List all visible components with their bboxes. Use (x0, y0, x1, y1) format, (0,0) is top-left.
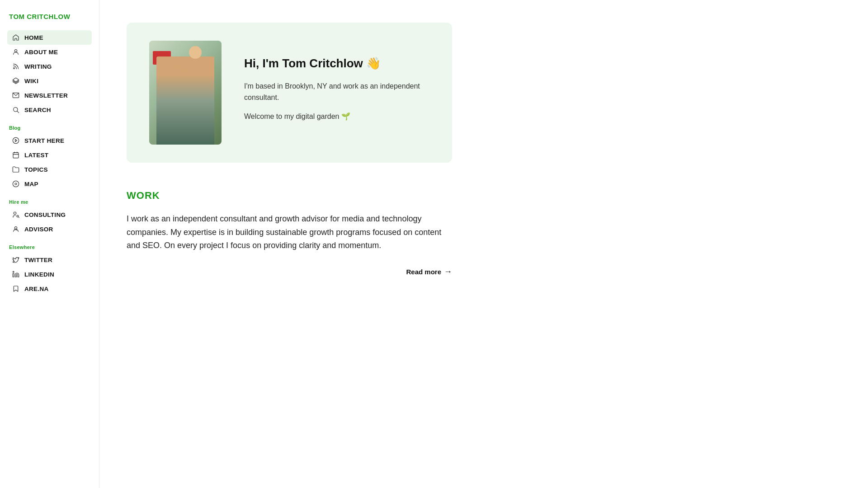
svg-line-16 (19, 217, 19, 217)
twitter-icon (12, 256, 20, 264)
sidebar: TOM CRITCHLOW HOME ABOUT ME WRITING WIKI (0, 0, 99, 488)
person-icon (12, 48, 20, 56)
sidebar-label-topics: TOPICS (24, 166, 48, 173)
sidebar-label-latest: LATEST (24, 152, 48, 159)
svg-marker-7 (15, 139, 17, 141)
sidebar-label-about-me: ABOUT ME (24, 49, 58, 56)
bookmark-icon (12, 285, 20, 293)
svg-point-12 (13, 181, 19, 187)
arrow-icon: → (444, 267, 452, 277)
hero-card: Hi, I'm Tom Critchlow 👋 I'm based in Bro… (127, 23, 452, 163)
svg-point-15 (17, 215, 19, 217)
sidebar-label-consulting: CONSULTING (24, 211, 66, 218)
search-icon (12, 106, 20, 114)
svg-point-6 (13, 137, 19, 143)
sidebar-label-newsletter: NEWSLETTER (24, 92, 68, 99)
hire-section-label: Hire me (9, 199, 92, 205)
sidebar-item-home[interactable]: HOME (7, 30, 92, 45)
site-title[interactable]: TOM CRITCHLOW (7, 13, 92, 20)
svg-point-20 (13, 271, 14, 272)
sidebar-label-linkedin: LINKEDIN (24, 271, 54, 278)
svg-point-14 (14, 212, 16, 214)
hero-text: Hi, I'm Tom Critchlow 👋 I'm based in Bro… (244, 56, 429, 130)
calendar-icon (12, 151, 20, 159)
folder-icon (12, 165, 20, 174)
sidebar-item-about-me[interactable]: ABOUT ME (7, 45, 92, 59)
svg-line-5 (17, 111, 19, 113)
read-more-link[interactable]: Read more → (127, 267, 452, 277)
blog-nav: START HERE LATEST TOPICS MAP (7, 133, 92, 191)
sidebar-item-latest[interactable]: LATEST (7, 148, 92, 162)
sidebar-label-writing: WRITING (24, 63, 52, 70)
main-content: Hi, I'm Tom Critchlow 👋 I'm based in Bro… (99, 0, 868, 488)
sidebar-label-wiki: WIKI (24, 78, 38, 84)
linkedin-icon (12, 270, 20, 278)
sidebar-label-map: MAP (24, 181, 38, 188)
main-nav: HOME ABOUT ME WRITING WIKI NEWSLETTER (7, 30, 92, 117)
svg-point-0 (14, 50, 17, 52)
sidebar-item-writing[interactable]: WRITING (7, 59, 92, 74)
work-title: WORK (127, 190, 452, 202)
sidebar-item-map[interactable]: MAP (7, 177, 92, 191)
hero-line1: I'm based in Brooklyn, NY and work as an… (244, 80, 429, 103)
work-section: WORK I work as an independent consultant… (127, 190, 452, 277)
elsewhere-nav: TWITTER LINKEDIN ARE.NA (7, 253, 92, 296)
sidebar-item-linkedin[interactable]: LINKEDIN (7, 267, 92, 282)
hire-nav: CONSULTING ADVISOR (7, 207, 92, 236)
sidebar-label-advisor: ADVISOR (24, 226, 53, 233)
read-more-text: Read more (406, 268, 441, 276)
consulting-icon (12, 211, 20, 219)
hero-heading: Hi, I'm Tom Critchlow 👋 (244, 56, 429, 71)
elsewhere-section-label: Elsewhere (9, 244, 92, 250)
layers-icon (12, 77, 20, 85)
hero-photo (149, 41, 222, 145)
feed-icon (12, 62, 20, 70)
svg-rect-8 (13, 153, 19, 158)
circle-dot-icon (12, 180, 20, 188)
advisor-icon (12, 225, 20, 233)
hero-line2: Welcome to my digital garden 🌱 (244, 111, 429, 122)
work-description: I work as an independent consultant and … (127, 212, 452, 253)
sidebar-item-search[interactable]: SEARCH (7, 103, 92, 117)
house-icon (12, 33, 20, 42)
envelope-icon (12, 91, 20, 99)
sidebar-item-consulting[interactable]: CONSULTING (7, 207, 92, 222)
svg-point-1 (14, 68, 15, 69)
sidebar-label-start-here: START HERE (24, 137, 64, 144)
sidebar-item-twitter[interactable]: TWITTER (7, 253, 92, 267)
svg-point-13 (15, 183, 17, 185)
circle-play-icon (12, 136, 20, 145)
sidebar-item-newsletter[interactable]: NEWSLETTER (7, 88, 92, 103)
sidebar-label-home: HOME (24, 34, 43, 41)
sidebar-item-wiki[interactable]: WIKI (7, 74, 92, 88)
svg-point-17 (14, 227, 17, 229)
sidebar-label-are-na: ARE.NA (24, 286, 49, 292)
sidebar-item-topics[interactable]: TOPICS (7, 162, 92, 177)
sidebar-item-start-here[interactable]: START HERE (7, 133, 92, 148)
sidebar-label-twitter: TWITTER (24, 257, 52, 263)
sidebar-label-search: SEARCH (24, 107, 51, 113)
sidebar-item-are-na[interactable]: ARE.NA (7, 282, 92, 296)
sidebar-item-advisor[interactable]: ADVISOR (7, 222, 92, 236)
blog-section-label: Blog (9, 125, 92, 131)
